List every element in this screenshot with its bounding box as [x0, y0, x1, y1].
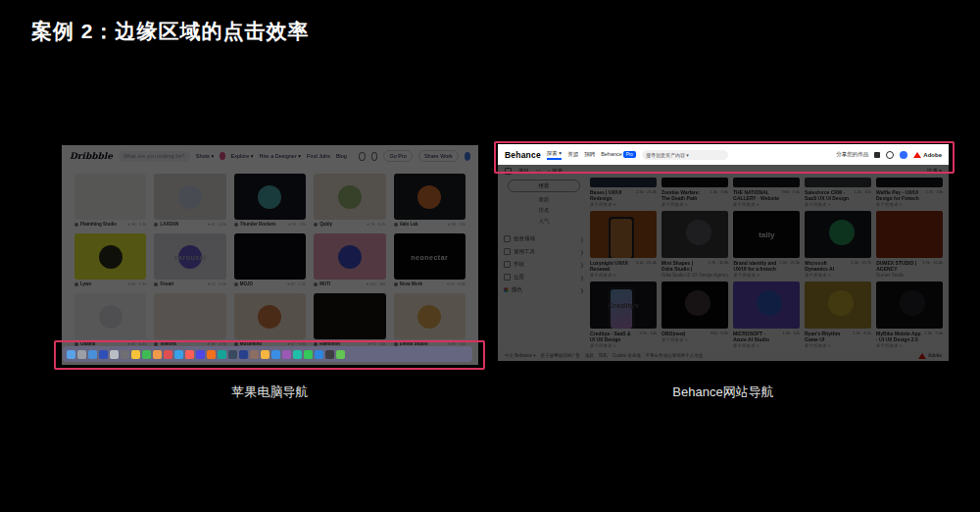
- project-card[interactable]: Mint Shapes | Odra Studio | Sapling L…1.…: [662, 211, 729, 278]
- footer-link[interactable]: 中文 Behance ▾: [505, 353, 536, 358]
- dribbble-search-input[interactable]: What are you looking for?: [119, 151, 190, 162]
- project-thumbnail[interactable]: [805, 282, 871, 329]
- shot-thumbnail[interactable]: [154, 174, 225, 220]
- dock-app-icon[interactable]: [315, 350, 323, 359]
- shot-thumbnail[interactable]: [154, 293, 225, 339]
- project-title[interactable]: Mint Shapes | Odra Studio | Sapling L…: [662, 260, 706, 272]
- project-card[interactable]: Ryan's Rhythm Game UI1.1k · 8.2k多个所有者 +: [805, 282, 871, 348]
- shot-thumbnail[interactable]: [394, 174, 466, 220]
- nav-explore[interactable]: 探索 ▾: [547, 150, 562, 160]
- project-owners[interactable]: 多个所有者 +: [662, 202, 728, 207]
- project-thumbnail[interactable]: [662, 178, 728, 187]
- dock-app-icon[interactable]: [207, 350, 216, 359]
- apps-icon[interactable]: [874, 152, 880, 158]
- sidebar-filter[interactable]: 使用工具❯: [504, 245, 584, 258]
- project-thumbnail[interactable]: tally: [733, 211, 800, 258]
- project-title[interactable]: MICROSOFT - Azure AI Studio: [733, 331, 779, 342]
- project-card[interactable]: THE NATIONAL GALLERY - Website & Brand I…: [733, 178, 800, 207]
- author-avatar[interactable]: [314, 342, 318, 346]
- dock-app-icon[interactable]: [110, 350, 119, 359]
- nav-assets[interactable]: 资源: [567, 151, 578, 158]
- shot-thumbnail[interactable]: carousel: [154, 233, 225, 280]
- project-title[interactable]: Ryan's Rhythm Game UI: [805, 331, 850, 342]
- footer-link[interactable]: 不要出售或分享我的个人信息: [646, 353, 704, 358]
- projects-tab[interactable]: 项目: [518, 168, 529, 175]
- nav-blog[interactable]: Blog: [336, 153, 347, 159]
- project-title[interactable]: Luxynight UX/UI Renewal: [590, 260, 633, 272]
- project-card[interactable]: Luxynight UX/UI Renewal3.1k · 21.4k多个所有者…: [590, 211, 657, 278]
- dock-app-icon[interactable]: [325, 350, 334, 359]
- project-title[interactable]: THE NATIONAL GALLERY - Website & Brand I…: [733, 189, 779, 201]
- shot-card[interactable]: LAXDAN♥ 41 · 6.3k: [154, 174, 225, 227]
- project-owners[interactable]: 多个所有者 +: [733, 202, 800, 207]
- shot-card[interactable]: Vektora♥ 38 · 4.9k: [154, 293, 225, 346]
- footer-link[interactable]: 条款: [585, 353, 594, 358]
- project-owners[interactable]: 多个所有者 +: [662, 337, 728, 342]
- dock-app-icon[interactable]: [261, 350, 270, 359]
- dock-app-icon[interactable]: [218, 350, 226, 359]
- project-card[interactable]: tallyBrand identity and UX/UI for a fint…: [733, 211, 800, 278]
- sidebar-option-selected[interactable]: 推荐: [508, 179, 580, 192]
- dock-app-icon[interactable]: [99, 350, 108, 359]
- author-name[interactable]: Thunder Rockets: [240, 222, 276, 227]
- project-owners[interactable]: 多个所有者 +: [876, 343, 943, 348]
- project-card[interactable]: DUMEX STUDIO | AGENCY WEBSITE1.9k · 15.6…: [876, 211, 943, 278]
- author-avatar[interactable]: [234, 223, 238, 227]
- project-card[interactable]: MyBike Mobile App - UI UX Design 2.01.3k…: [876, 282, 943, 348]
- go-pro-button[interactable]: Go Pro: [383, 150, 412, 162]
- author-name[interactable]: Halo Lab: [400, 222, 418, 227]
- nav-hire-designer[interactable]: Hire a Designer ▾: [260, 153, 302, 159]
- shot-thumbnail[interactable]: [74, 293, 146, 339]
- nav-shots[interactable]: Shots ▾: [196, 153, 214, 159]
- shot-thumbnail[interactable]: [234, 293, 306, 339]
- dock-app-icon[interactable]: [77, 350, 86, 359]
- project-owners[interactable]: 多个所有者 +: [733, 343, 800, 348]
- nav-behance-pro[interactable]: BehancePro: [601, 151, 636, 158]
- sidebar-option[interactable]: 人气: [504, 218, 584, 225]
- dock-app-icon[interactable]: [88, 350, 97, 359]
- author-name[interactable]: Qubly: [319, 222, 332, 227]
- bell-icon[interactable]: [886, 151, 894, 159]
- project-thumbnail[interactable]: [733, 282, 800, 329]
- avatar[interactable]: [465, 152, 470, 161]
- project-title[interactable]: OBO(new): [662, 331, 685, 336]
- author-avatar[interactable]: [314, 282, 318, 286]
- shot-thumbnail[interactable]: neonectar: [394, 233, 466, 280]
- funnel-icon[interactable]: ▽: [536, 168, 541, 175]
- shot-thumbnail[interactable]: [74, 233, 146, 280]
- author-avatar[interactable]: [74, 282, 78, 286]
- project-thumbnail[interactable]: [805, 211, 871, 258]
- sidebar-option[interactable]: 排名: [504, 207, 584, 214]
- project-owners[interactable]: 多个所有者 +: [590, 202, 657, 207]
- dock-app-icon[interactable]: [153, 350, 162, 359]
- project-title[interactable]: Waffle Pay - UX/UI Design for Fintech Mo…: [876, 189, 922, 201]
- macos-dock[interactable]: [63, 346, 472, 362]
- project-owners[interactable]: 多个所有者 +: [590, 273, 657, 278]
- author-name[interactable]: Fireart: [160, 282, 173, 286]
- project-card[interactable]: Microsoft Dynamics AI Assistant - UI UX……: [805, 211, 871, 278]
- author-avatar[interactable]: [154, 223, 158, 227]
- author-avatar[interactable]: [154, 342, 158, 346]
- project-owners[interactable]: Odra Studio UI UX Design Agency: [662, 273, 729, 278]
- shot-thumbnail[interactable]: [314, 174, 385, 220]
- shot-card[interactable]: Thunder Rockets♥ 96 · 12k: [234, 174, 306, 227]
- sort-dropdown[interactable]: 排序 ▾: [927, 168, 942, 175]
- author-avatar[interactable]: [314, 223, 318, 227]
- author-avatar[interactable]: [234, 342, 238, 346]
- dock-app-icon[interactable]: [185, 350, 194, 359]
- author-name[interactable]: Lywo: [80, 282, 91, 286]
- author-avatar[interactable]: [394, 223, 398, 227]
- sidebar-filter[interactable]: 颜色❯: [504, 283, 584, 296]
- project-thumbnail[interactable]: [876, 282, 943, 329]
- behance-search-input[interactable]: 搜寻创意资产内容 ▾: [642, 150, 728, 160]
- shot-card[interactable]: Musemind♥ 67 · 9.6k: [234, 293, 306, 346]
- dock-app-icon[interactable]: [121, 350, 129, 359]
- project-card[interactable]: Waffle Pay - UX/UI Design for Fintech Mo…: [876, 178, 943, 207]
- shot-card[interactable]: Ramotion♥ 71 · 10k: [314, 293, 385, 346]
- project-thumbnail[interactable]: [590, 211, 657, 258]
- chat-icon[interactable]: [359, 152, 366, 161]
- project-title[interactable]: Salesforce CRM - SaaS UX UI Design Dashb…: [805, 189, 852, 201]
- avatar[interactable]: [900, 151, 907, 159]
- share-your-work-link[interactable]: 分享您的作品: [836, 151, 868, 158]
- behance-logo[interactable]: Behance: [505, 150, 541, 160]
